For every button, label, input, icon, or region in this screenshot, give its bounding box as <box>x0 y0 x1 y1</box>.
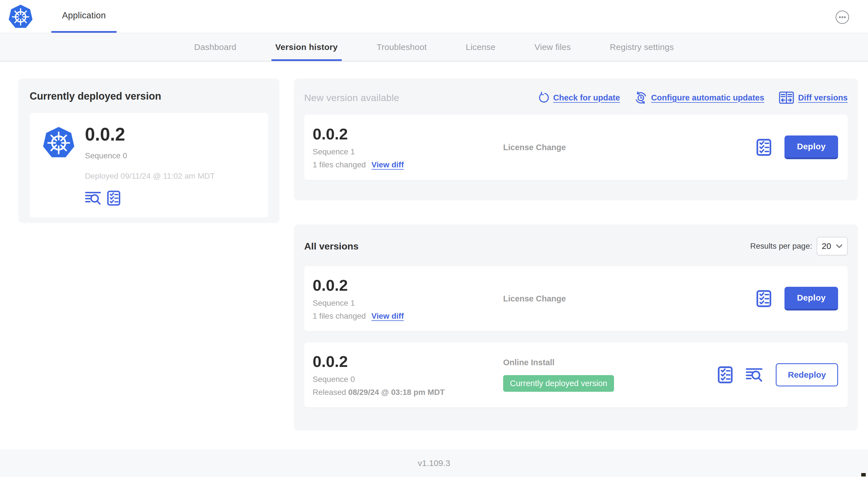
version-number: 0.0.2 <box>313 353 503 370</box>
sequence-label: Sequence 0 <box>313 375 503 384</box>
redeploy-button[interactable]: Redeploy <box>776 363 838 386</box>
tab-troubleshoot[interactable]: Troubleshoot <box>373 33 431 61</box>
version-source-label: Online Install <box>503 358 555 367</box>
new-version-card: 0.0.2 Sequence 1 1 files changed View di… <box>304 115 848 180</box>
new-version-title: New version available <box>304 92 399 103</box>
kubernetes-logo-icon <box>7 4 34 29</box>
tab-view-files[interactable]: View files <box>530 33 575 61</box>
version-number: 0.0.2 <box>313 125 503 143</box>
schedule-update-icon <box>634 91 647 104</box>
deployed-version-number: 0.0.2 <box>85 124 256 145</box>
preflight-checks-button[interactable] <box>718 366 733 384</box>
sequence-label: Sequence 1 <box>313 299 503 308</box>
currently-deployed-title: Currently deployed version <box>30 90 268 102</box>
diff-versions-link[interactable]: Diff versions <box>779 91 848 104</box>
main-content: Currently deployed version 0.0.2 Sequenc… <box>0 62 868 449</box>
kubernetes-logo-icon <box>42 125 75 160</box>
view-diff-link[interactable]: View diff <box>371 311 404 321</box>
preflight-checks-button[interactable] <box>756 290 772 307</box>
deployed-timestamp: Deployed 09/11/24 @ 11:02 am MDT <box>85 172 256 181</box>
checklist-icon <box>756 290 772 307</box>
deploy-button[interactable]: Deploy <box>784 287 838 310</box>
version-row-sequence-1: 0.0.2 Sequence 1 1 files changed View di… <box>304 266 848 331</box>
version-number: 0.0.2 <box>313 277 503 294</box>
chevron-down-icon <box>836 244 843 248</box>
currently-deployed-panel: Currently deployed version 0.0.2 Sequenc… <box>18 79 279 223</box>
sequence-label: Sequence 1 <box>313 147 503 156</box>
version-actions-links: Check for update Configure automatic upd… <box>537 91 848 104</box>
checklist-icon <box>718 366 733 384</box>
version-source-label: License Change <box>503 294 566 303</box>
deployed-version-actions <box>85 190 256 206</box>
screen-artifact-bottom-right <box>861 473 866 476</box>
tab-dashboard[interactable]: Dashboard <box>190 33 240 61</box>
ellipsis-icon <box>835 10 849 24</box>
more-options-button[interactable] <box>835 10 849 24</box>
app-header: Application <box>0 0 868 33</box>
preflight-checks-button[interactable] <box>756 139 772 156</box>
results-per-page-label: Results per page: <box>750 242 812 251</box>
logs-icon <box>746 367 763 383</box>
checklist-icon <box>107 190 121 206</box>
deploy-button[interactable]: Deploy <box>784 136 838 159</box>
checklist-icon <box>756 139 772 156</box>
app-footer: v1.109.3 <box>0 449 868 477</box>
version-source-label: License Change <box>503 143 566 152</box>
logs-icon <box>85 191 101 205</box>
view-diff-link[interactable]: View diff <box>371 160 404 169</box>
files-changed-label: 1 files changed <box>313 160 366 169</box>
results-per-page-select[interactable]: 20 <box>817 237 848 256</box>
new-version-section: New version available Check for update C… <box>294 79 858 200</box>
app-title: Application <box>62 10 106 21</box>
view-logs-button[interactable] <box>746 367 763 383</box>
configure-automatic-updates-link[interactable]: Configure automatic updates <box>634 91 764 104</box>
tab-registry-settings[interactable]: Registry settings <box>606 33 678 61</box>
all-versions-section: All versions Results per page: 20 0.0.2 … <box>294 225 858 430</box>
refresh-icon <box>537 92 549 103</box>
deployed-sequence-label: Sequence 0 <box>85 151 256 160</box>
app-subnav: Dashboard Version history Troubleshoot L… <box>0 33 868 62</box>
currently-deployed-card: 0.0.2 Sequence 0 Deployed 09/11/24 @ 11:… <box>30 113 268 217</box>
app-title-tab[interactable]: Application <box>51 0 117 33</box>
tab-license[interactable]: License <box>462 33 499 61</box>
version-history-panel: New version available Check for update C… <box>294 79 858 449</box>
version-row-sequence-0: 0.0.2 Sequence 0 Released 08/29/24 @ 03:… <box>304 342 848 407</box>
check-for-update-link[interactable]: Check for update <box>537 92 620 103</box>
view-logs-button[interactable] <box>85 191 101 205</box>
tab-version-history[interactable]: Version history <box>272 33 342 61</box>
currently-deployed-badge: Currently deployed version <box>503 375 614 392</box>
diff-icon <box>779 91 794 104</box>
view-config-button[interactable] <box>107 190 121 206</box>
files-changed-label: 1 files changed <box>313 311 366 321</box>
console-version-label: v1.109.3 <box>417 458 450 468</box>
all-versions-title: All versions <box>304 241 359 252</box>
released-timestamp: Released 08/29/24 @ 03:18 pm MDT <box>313 388 503 397</box>
